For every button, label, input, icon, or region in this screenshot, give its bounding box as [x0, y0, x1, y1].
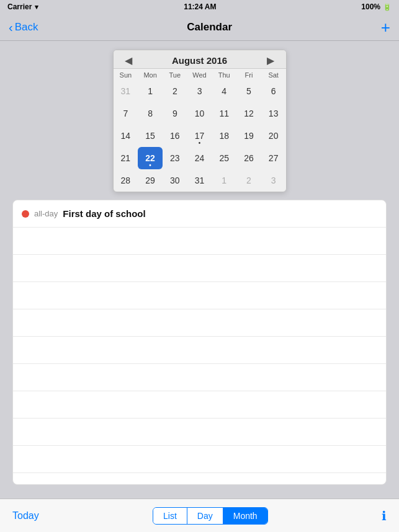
today-button[interactable]: Today	[12, 510, 39, 521]
calendar-body: 3112345678910111213141516171819202122232…	[114, 80, 286, 192]
calendar-month-title: August 2016	[172, 55, 227, 66]
calendar-day[interactable]: 29	[138, 169, 163, 192]
calendar-header: ◀ August 2016 ▶	[114, 50, 286, 69]
battery-percent: 100%	[361, 2, 380, 11]
event-dot	[22, 210, 29, 218]
bottom-toolbar: Today ListDayMonth ℹ	[0, 499, 399, 532]
day-header-mon: Mon	[138, 69, 163, 80]
segment-btn-list[interactable]: List	[153, 508, 187, 524]
empty-row	[13, 255, 386, 282]
day-header-wed: Wed	[187, 69, 212, 80]
calendar-day[interactable]: 30	[163, 169, 187, 192]
segment-btn-month[interactable]: Month	[223, 508, 267, 524]
calendar-day[interactable]: 10	[187, 102, 212, 125]
calendar-week-0: 31123456	[114, 80, 286, 102]
segment-btn-day[interactable]: Day	[187, 508, 223, 524]
empty-rows	[13, 228, 386, 473]
calendar-day[interactable]: 4	[212, 80, 236, 102]
empty-row	[13, 309, 386, 337]
day-header-tue: Tue	[163, 69, 187, 80]
calendar-day[interactable]: 5	[236, 80, 261, 102]
battery-icon: 🔋	[383, 3, 392, 11]
calendar-day[interactable]: 14	[114, 125, 138, 147]
calendar-day[interactable]: 1	[212, 169, 236, 192]
calendar-grid: SunMonTueWedThuFriSat 311234567891011121…	[114, 69, 286, 192]
calendar-day[interactable]: 20	[261, 125, 286, 147]
calendar-day[interactable]: 13	[261, 102, 286, 125]
page-title: Calendar	[187, 21, 232, 33]
back-button[interactable]: ‹ Back	[9, 21, 38, 33]
empty-row	[13, 364, 386, 391]
calendar-day[interactable]: 2	[163, 80, 187, 102]
day-header-sun: Sun	[114, 69, 138, 80]
calendar-day[interactable]: 21	[114, 147, 138, 169]
event-time-label: all-day	[34, 209, 58, 218]
calendar-day[interactable]: 6	[261, 80, 286, 102]
calendar-week-2: 14151617181920	[114, 125, 286, 147]
calendar-day[interactable]: 25	[212, 147, 236, 169]
day-header-fri: Fri	[236, 69, 261, 80]
nav-bar: ‹ Back Calendar +	[0, 14, 399, 41]
status-left: Carrier ▾	[7, 2, 38, 11]
calendar-day[interactable]: 31	[114, 80, 138, 102]
calendar-day[interactable]: 24	[187, 147, 212, 169]
event-title: First day of school	[63, 208, 145, 219]
calendar-day[interactable]: 18	[212, 125, 236, 147]
calendar-day[interactable]: 22	[138, 147, 163, 169]
day-headers-row: SunMonTueWedThuFriSat	[114, 69, 286, 80]
status-time: 11:24 AM	[184, 2, 216, 11]
prev-month-button[interactable]: ◀	[121, 56, 136, 66]
empty-row	[13, 446, 386, 473]
status-right: 100% 🔋	[361, 2, 392, 11]
add-button[interactable]: +	[381, 19, 390, 35]
calendar-day[interactable]: 23	[163, 147, 187, 169]
calendar-week-3: 21222324252627	[114, 147, 286, 169]
info-button[interactable]: ℹ	[382, 508, 387, 523]
calendar-week-4: 28293031123	[114, 169, 286, 192]
empty-row	[13, 282, 386, 309]
calendar-day[interactable]: 27	[261, 147, 286, 169]
calendar-day[interactable]: 19	[236, 125, 261, 147]
empty-row	[13, 337, 386, 364]
calendar-day[interactable]: 26	[236, 147, 261, 169]
calendar-widget: ◀ August 2016 ▶ SunMonTueWedThuFriSat 31…	[113, 50, 287, 192]
calendar-day[interactable]: 2	[236, 169, 261, 192]
next-month-button[interactable]: ▶	[263, 56, 278, 66]
back-chevron-icon: ‹	[9, 21, 13, 33]
calendar-day[interactable]: 16	[163, 125, 187, 147]
calendar-day[interactable]: 8	[138, 102, 163, 125]
back-label: Back	[15, 21, 38, 33]
calendar-day[interactable]: 3	[187, 80, 212, 102]
calendar-day[interactable]: 28	[114, 169, 138, 192]
calendar-day[interactable]: 15	[138, 125, 163, 147]
day-header-thu: Thu	[212, 69, 236, 80]
view-segment-control: ListDayMonth	[153, 507, 268, 525]
calendar-day[interactable]: 3	[261, 169, 286, 192]
calendar-day[interactable]: 9	[163, 102, 187, 125]
event-row-0[interactable]: all-day First day of school	[13, 200, 386, 228]
empty-row	[13, 228, 386, 255]
wifi-icon: ▾	[35, 3, 38, 11]
calendar-day[interactable]: 7	[114, 102, 138, 125]
empty-row	[13, 419, 386, 446]
carrier-label: Carrier	[7, 2, 32, 11]
calendar-week-1: 78910111213	[114, 102, 286, 125]
main-content: ◀ August 2016 ▶ SunMonTueWedThuFriSat 31…	[0, 41, 399, 485]
day-header-sat: Sat	[261, 69, 286, 80]
calendar-day[interactable]: 11	[212, 102, 236, 125]
calendar-day[interactable]: 17	[187, 125, 212, 147]
events-panel: all-day First day of school	[12, 200, 387, 485]
empty-row	[13, 391, 386, 419]
calendar-day[interactable]: 1	[138, 80, 163, 102]
status-bar: Carrier ▾ 11:24 AM 100% 🔋	[0, 0, 399, 14]
calendar-day[interactable]: 12	[236, 102, 261, 125]
calendar-day[interactable]: 31	[187, 169, 212, 192]
